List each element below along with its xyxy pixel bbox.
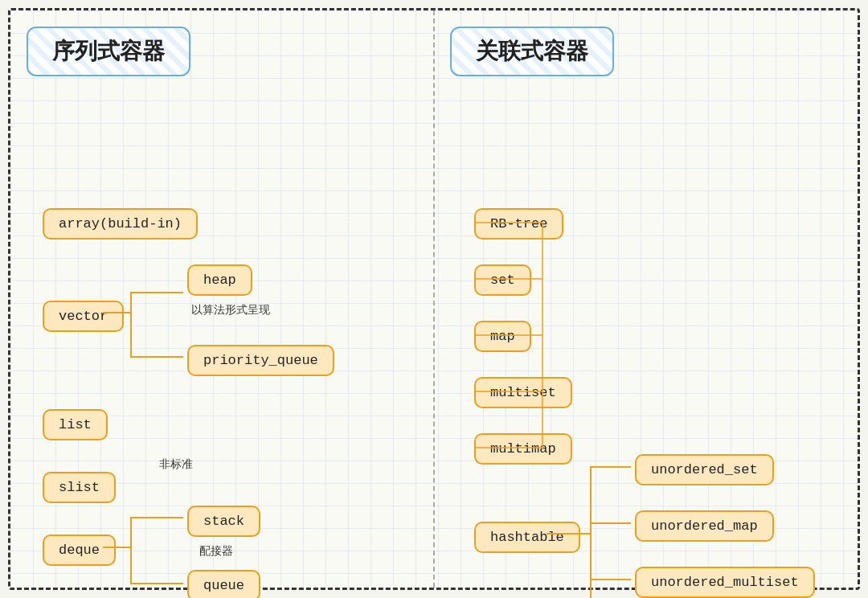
main-container: 序列式容器 array(build-in) vector heap 以算法形式呈…	[8, 8, 860, 590]
left-section-title: 序列式容器	[27, 27, 190, 76]
right-panel: 关联式容器 RB-tree set map multiset multimap …	[434, 10, 858, 588]
left-connections	[27, 96, 418, 598]
right-connections	[450, 96, 841, 598]
right-panel-inner: RB-tree set map multiset multimap hashta…	[450, 96, 841, 598]
left-panel-inner: array(build-in) vector heap 以算法形式呈现 prio…	[27, 96, 418, 598]
right-section-title: 关联式容器	[450, 27, 614, 76]
left-panel: 序列式容器 array(build-in) vector heap 以算法形式呈…	[10, 10, 434, 588]
